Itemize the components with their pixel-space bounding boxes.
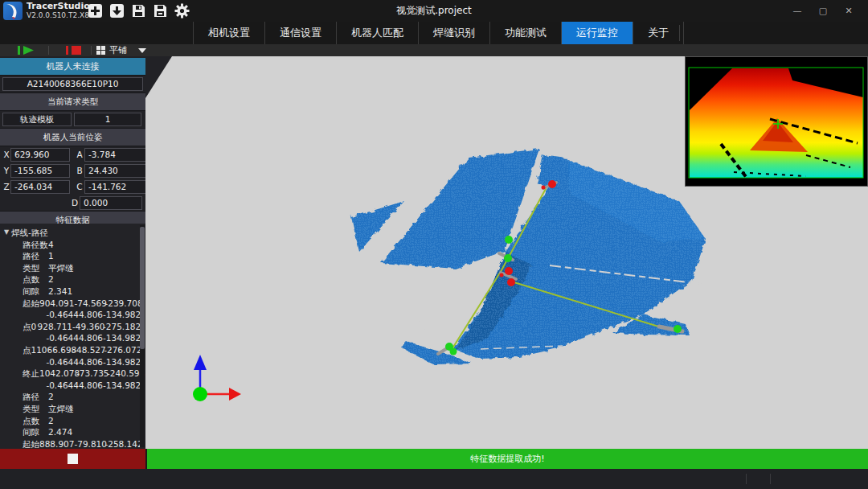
tree-row[interactable]: 间隙2.341	[0, 286, 138, 298]
robot-pose-grid: X629.960A-3.784Y-155.685B24.430Z-264.034…	[0, 146, 145, 212]
app-name: TracerStudio	[27, 2, 90, 11]
pose-field-x: X629.960	[0, 148, 70, 162]
tab-seam-recognition[interactable]: 焊缝识别	[419, 22, 490, 44]
tree-row[interactable]: 起始888.907-79.810-258.142	[0, 438, 138, 449]
tile-label: 平铺	[109, 44, 127, 56]
app-version: V2.0.0.S10.T2.X8	[27, 11, 89, 19]
tab-robot-match[interactable]: 机器人匹配	[337, 22, 419, 44]
panel-corner-wedge	[145, 56, 172, 98]
tab-function-test[interactable]: 功能测试	[490, 22, 562, 44]
request-type-header: 当前请求类型	[0, 93, 145, 111]
layout-tile-dropdown[interactable]: 平铺	[96, 44, 146, 56]
tree-row[interactable]: -0.46444.806-134.982	[0, 332, 138, 344]
main-tab-bar: 相机设置通信设置机器人匹配焊缝识别功能测试运行监控关于	[0, 22, 868, 45]
open-project-icon[interactable]	[109, 3, 125, 18]
left-panel: 机器人未连接 A2140068366E10P10 当前请求类型 轨迹模板 1 机…	[0, 56, 146, 449]
save-as-icon[interactable]	[153, 3, 168, 18]
tab-strip: 相机设置通信设置机器人匹配焊缝识别功能测试运行监控关于	[193, 22, 684, 44]
tree-row[interactable]: 点数2	[0, 273, 138, 286]
pose-field-c: C-141.762	[70, 180, 147, 194]
pose-header: 机器人当前位姿	[0, 129, 145, 146]
pose-value-b[interactable]: 24.430	[84, 164, 147, 178]
pose-field-d: D0.000	[65, 196, 142, 210]
tree-row[interactable]: 点0928.711-49.360-275.182	[0, 321, 138, 333]
tab-comm-settings[interactable]: 通信设置	[265, 22, 337, 44]
viewport-3d[interactable]	[145, 56, 868, 449]
tree-row[interactable]: 路径数4	[0, 239, 138, 251]
project-title: 视觉测试.project	[0, 0, 868, 22]
window-controls: — ▢ ✕	[784, 0, 862, 22]
tree-row[interactable]: 类型立焊缝	[0, 403, 138, 415]
status-message-bar: 特征数据提取成功!	[147, 449, 868, 469]
app-logo-icon	[3, 2, 23, 20]
tab-about[interactable]: 关于	[633, 22, 684, 44]
tree-row[interactable]: -0.46444.806-134.982	[0, 356, 138, 368]
device-id-field[interactable]: A2140068366E10P10	[2, 77, 143, 91]
trajectory-template-label: 轨迹模板	[2, 113, 72, 126]
pose-field-a: A-3.784	[70, 148, 147, 162]
run-toolbar: 平铺	[0, 44, 868, 57]
pose-field-y: Y-155.685	[0, 164, 70, 178]
pose-value-d[interactable]: 0.000	[80, 196, 142, 210]
status-bar: 10:57:07 07/04/2022	[0, 469, 868, 489]
tree-scrollbar[interactable]	[140, 225, 145, 447]
feature-tree: ▼ 焊线-路径 路径数4路径1类型平焊缝点数2间隙2.341起始904.091-…	[0, 224, 145, 449]
pose-value-z[interactable]: -264.034	[10, 180, 70, 194]
tab-camera-settings[interactable]: 相机设置	[193, 22, 265, 44]
trajectory-template-value[interactable]: 1	[74, 113, 141, 126]
title-bar: TracerStudio V2.0.0.S10.T2.X8	[0, 0, 868, 22]
minimize-icon[interactable]: —	[784, 0, 810, 22]
tree-row[interactable]: 起始904.091-74.569-239.708	[0, 298, 138, 310]
tree-row[interactable]: 点数2	[0, 415, 138, 427]
tree-row[interactable]: 点11066.698-48.527-276.072	[0, 344, 138, 356]
tree-row[interactable]: 路径2	[0, 391, 138, 403]
depth-map-image	[686, 57, 867, 186]
pose-value-x[interactable]: 629.960	[10, 148, 70, 162]
play-icon[interactable]	[18, 46, 35, 55]
tile-layout-icon	[96, 46, 105, 55]
tree-row[interactable]: 类型平焊缝	[0, 262, 138, 274]
tree-row[interactable]: 路径1	[0, 250, 138, 262]
app-window: TracerStudio V2.0.0.S10.T2.X8	[0, 0, 868, 489]
tab-run-monitor[interactable]: 运行监控	[562, 22, 633, 44]
depth-map-preview[interactable]	[685, 56, 868, 187]
pose-field-z: Z-264.034	[0, 180, 70, 194]
axis-triad-icon	[193, 355, 241, 401]
pose-value-c[interactable]: -141.762	[84, 180, 147, 194]
pose-field-b: B24.430	[70, 164, 147, 178]
settings-gear-icon[interactable]	[174, 3, 190, 18]
new-project-icon[interactable]	[88, 3, 103, 18]
tree-row[interactable]: -0.46444.806-134.982	[0, 309, 138, 321]
stop-checkbox[interactable]	[68, 454, 78, 464]
save-icon[interactable]	[131, 3, 146, 18]
point-cloud	[321, 121, 739, 386]
tree-row[interactable]: 间隙2.474	[0, 426, 138, 438]
maximize-icon[interactable]: ▢	[810, 0, 836, 22]
close-icon[interactable]: ✕	[836, 0, 862, 22]
robot-connection-status: 机器人未连接	[0, 58, 145, 76]
tree-scrollbar-thumb[interactable]	[140, 227, 145, 349]
pose-value-y[interactable]: -155.685	[10, 164, 70, 178]
stop-icon[interactable]	[66, 46, 84, 55]
tree-row[interactable]: 终止1042.078-73.735-240.598	[0, 368, 138, 380]
tree-root-node[interactable]: ▼ 焊线-路径	[0, 227, 138, 239]
pose-value-a[interactable]: -3.784	[84, 148, 147, 162]
tree-row[interactable]: -0.46444.806-134.982	[0, 380, 138, 392]
tree-collapse-icon[interactable]: ▼	[4, 227, 11, 239]
tree-root-label: 焊线-路径	[11, 227, 48, 239]
chevron-down-icon	[138, 48, 146, 53]
